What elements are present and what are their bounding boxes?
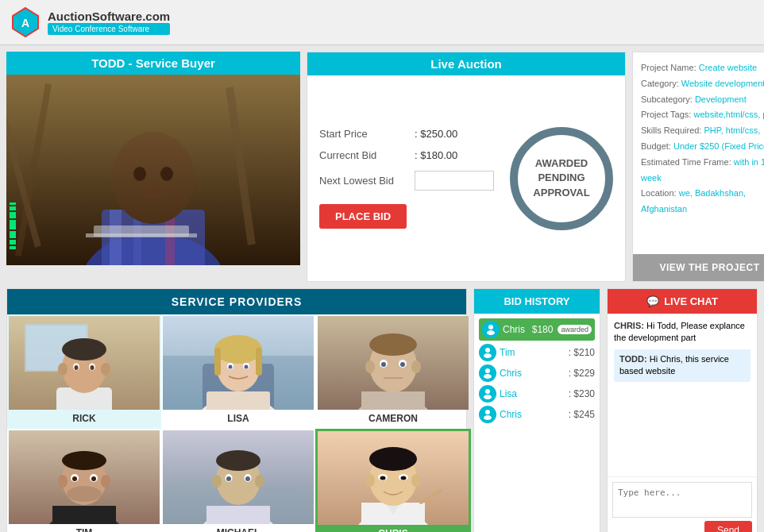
person-icon-0	[485, 324, 496, 335]
bid-avatar-2	[479, 364, 496, 382]
svg-point-24	[58, 363, 68, 376]
svg-point-60	[67, 486, 102, 502]
award-text: AWARDED PENDING APPROVAL	[533, 156, 589, 200]
svg-point-83	[369, 447, 417, 471]
svg-point-42	[245, 365, 249, 369]
bid-amount-4: : $245	[569, 409, 595, 420]
tim-image	[9, 430, 160, 524]
svg-point-72	[212, 475, 222, 488]
next-bid-label: Next Lowest Bid	[319, 175, 407, 187]
svg-point-61	[58, 475, 68, 488]
svg-point-28	[75, 365, 79, 370]
chat-icon: 💬	[646, 295, 659, 307]
cameron-name: CAMERON	[317, 410, 469, 427]
svg-rect-16	[94, 226, 189, 237]
project-tags-label: Project Tags:	[641, 110, 691, 119]
project-subcategory-label: Subcategory:	[641, 94, 693, 104]
project-location-label: Location:	[641, 188, 677, 198]
project-skills-label: Skills Required:	[641, 125, 701, 135]
svg-rect-37	[214, 348, 221, 376]
project-budget-value: Under $250 (Fixed Price)	[673, 141, 764, 151]
award-line2: PENDING	[538, 172, 585, 183]
project-time-label: Estimated Time Frame:	[641, 157, 731, 167]
michael-image	[163, 430, 314, 524]
project-subcategory-row: Subcategory: Development	[641, 92, 764, 108]
provider-michael[interactable]: MICHAEL	[161, 429, 315, 532]
project-category-value: Website development	[681, 79, 764, 88]
provider-chris[interactable]: CHRIS	[315, 429, 471, 532]
person-icon-4	[482, 409, 493, 420]
chat-sender-0: CHRIS:	[614, 321, 644, 330]
svg-point-48	[365, 360, 375, 373]
project-name-row: Project Name: Create website	[641, 60, 764, 76]
chat-title-text: LIVE CHAT	[664, 295, 718, 307]
svg-point-77	[245, 476, 250, 481]
project-budget-row: Budget: Under $250 (Fixed Price)	[641, 139, 764, 155]
tim-name: TIM	[9, 524, 160, 532]
awarded-badge: awarded	[558, 325, 592, 334]
bid-row-1: Tim : $210	[479, 344, 595, 361]
michael-name: MICHAEL	[163, 524, 314, 532]
project-skills-row: Skills Required: PHP, html/css,	[641, 123, 764, 139]
bottom-section: SERVICE PROVIDERS	[6, 288, 758, 532]
provider-tim[interactable]: TIM	[7, 429, 161, 532]
svg-point-53	[400, 362, 405, 367]
lisa-image	[163, 316, 314, 410]
svg-point-89	[401, 476, 407, 480]
auction-fields: Start Price : $250.00 Currecnt Bid : $18…	[319, 128, 494, 229]
current-bid-row: Currecnt Bid : $180.00	[319, 149, 494, 161]
person-icon-1	[482, 347, 493, 358]
bid-list: Chris $180 awarded Tim : $210 Chris	[474, 314, 600, 428]
providers-grid: RICK	[7, 314, 466, 532]
auction-title: Live Auction	[307, 52, 625, 75]
logo-icon: A	[10, 6, 41, 38]
place-bid-row: PLACE BID	[319, 200, 494, 229]
bid-row-2: Chris : $229	[479, 364, 595, 382]
person-icon-3	[482, 388, 493, 399]
todd-image	[6, 75, 300, 265]
svg-point-93	[485, 348, 490, 353]
svg-rect-38	[256, 348, 262, 376]
bar-2	[10, 206, 16, 210]
auction-panel: Live Auction Start Price : $250.00 Curre…	[307, 52, 626, 282]
svg-point-52	[381, 362, 386, 367]
project-name-value: Create website	[699, 63, 757, 72]
svg-point-66	[91, 476, 96, 481]
chat-input[interactable]	[612, 482, 752, 518]
video-person	[6, 75, 300, 265]
place-bid-button[interactable]: PLACE BID	[319, 204, 407, 229]
chris-name: CHRIS	[318, 525, 469, 532]
bid-panel: BID HISTORY Chris $180 awarded Tim	[473, 288, 600, 532]
svg-point-94	[484, 353, 492, 358]
svg-point-85	[411, 474, 421, 487]
view-project-button[interactable]: VIEW THE PROJECT	[633, 254, 764, 281]
svg-point-95	[485, 368, 490, 373]
svg-point-62	[101, 475, 110, 488]
chat-message-1: TODD: Hi Chris, this service based websi…	[614, 349, 750, 382]
bid-avatar-4	[479, 406, 496, 423]
send-button[interactable]: Send	[704, 521, 752, 532]
lisa-name: LISA	[163, 410, 314, 427]
bar-6	[10, 240, 16, 245]
project-category-row: Category: Website development	[641, 76, 764, 92]
provider-lisa[interactable]: LISA	[161, 314, 315, 429]
svg-point-49	[411, 360, 421, 373]
next-bid-input[interactable]	[415, 171, 494, 191]
start-price-row: Start Price : $250.00	[319, 128, 494, 140]
next-bid-row: Next Lowest Bid	[319, 171, 494, 191]
provider-cameron[interactable]: CAMERON	[315, 314, 471, 429]
chat-input-area: Send	[608, 476, 757, 532]
bid-amount-2: : $229	[569, 368, 595, 379]
svg-point-84	[365, 474, 375, 487]
project-skills-value: PHP, html/css,	[704, 125, 760, 135]
svg-rect-34	[206, 391, 270, 410]
video-area	[6, 75, 300, 265]
main-content: TODD - Service Buyer	[0, 45, 764, 532]
provider-rick[interactable]: RICK	[7, 314, 161, 429]
bar-1	[10, 202, 16, 205]
cameron-image	[318, 316, 469, 410]
project-category-label: Category:	[641, 79, 679, 88]
bid-avatar-0	[482, 321, 500, 338]
svg-point-41	[229, 365, 233, 369]
svg-point-36	[214, 335, 262, 364]
